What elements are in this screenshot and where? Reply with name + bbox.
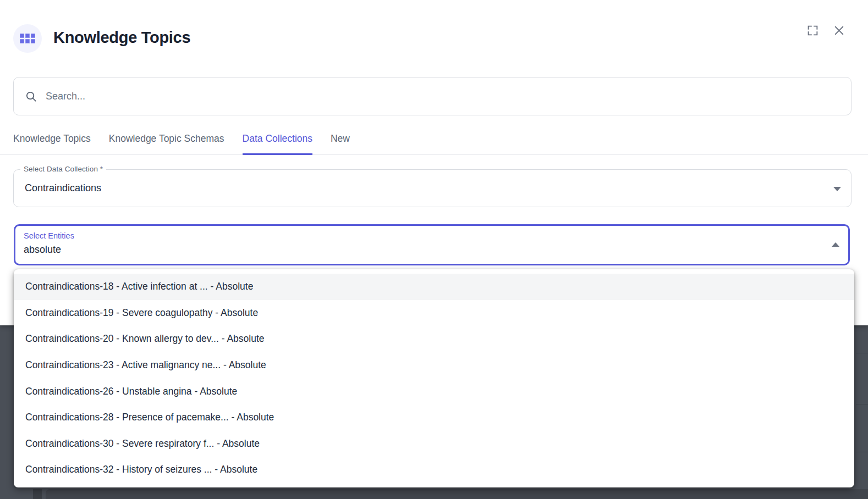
tab-knowledge-topics[interactable]: Knowledge Topics	[13, 132, 91, 155]
entities-autocomplete[interactable]: Select Entities absolute	[14, 224, 850, 265]
data-collection-select[interactable]: Select Data Collection * Contraindicatio…	[13, 169, 851, 207]
expand-icon	[807, 25, 818, 36]
entities-input-value[interactable]: absolute	[24, 244, 61, 256]
entity-option[interactable]: Contraindications-32 - History of seizur…	[14, 457, 854, 483]
background-page-card	[46, 489, 868, 499]
entity-option[interactable]: Contraindications-28 - Presence of pacem…	[14, 404, 854, 431]
close-icon	[833, 24, 845, 37]
expand-button[interactable]	[805, 23, 820, 37]
background-row-divider	[856, 353, 868, 353]
entity-option[interactable]: Contraindications-23 - Active malignancy…	[14, 352, 854, 379]
entity-option[interactable]: Contraindications-30 - Severe respirator…	[14, 431, 854, 457]
chevron-down-icon[interactable]	[833, 187, 841, 191]
search-icon	[25, 90, 37, 103]
tab-new[interactable]: New	[331, 132, 350, 155]
background-row-divider	[856, 404, 868, 404]
data-collection-value: Contraindications	[25, 170, 101, 207]
chevron-up-icon[interactable]	[832, 242, 839, 247]
entities-label: Select Entities	[24, 231, 74, 240]
app-badge	[13, 24, 42, 53]
search-box[interactable]	[13, 77, 851, 115]
entity-option[interactable]: Contraindications-20 - Known allergy to …	[14, 326, 854, 352]
tab-bar: Knowledge Topics Knowledge Topic Schemas…	[13, 132, 350, 155]
close-button[interactable]	[832, 23, 846, 37]
search-input[interactable]	[45, 90, 851, 103]
tab-data-collections[interactable]: Data Collections	[243, 132, 312, 155]
entity-option[interactable]: Contraindications-26 - Unstable angina -…	[14, 378, 854, 404]
entity-option[interactable]: Contraindications-18 - Active infection …	[14, 274, 854, 300]
background-row-divider	[856, 452, 868, 452]
entity-option[interactable]: Contraindications-19 - Severe coagulopat…	[14, 300, 854, 326]
background-scrollbar-thumb	[33, 489, 42, 499]
grid-icon	[20, 34, 35, 43]
page-title: Knowledge Topics	[53, 29, 190, 47]
entities-dropdown: Contraindications-18 - Active infection …	[14, 269, 854, 487]
tab-knowledge-topic-schemas[interactable]: Knowledge Topic Schemas	[109, 132, 224, 155]
